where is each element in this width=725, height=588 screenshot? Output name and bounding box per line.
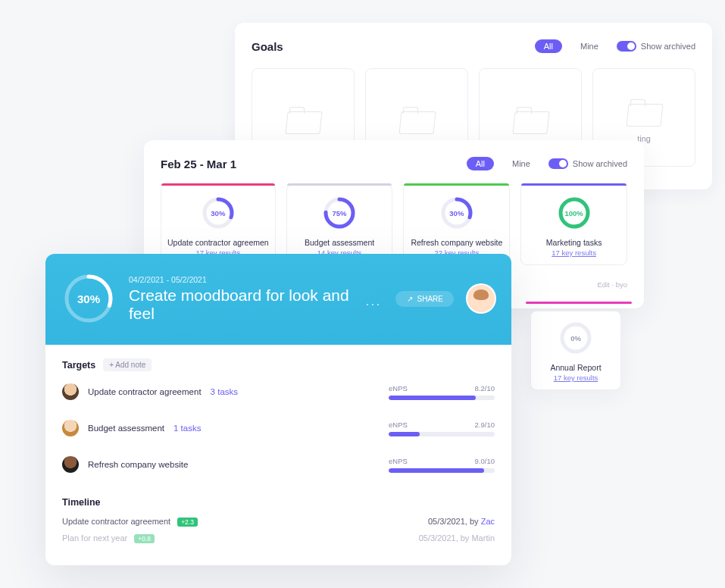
- target-name: Budget assessment: [88, 424, 164, 433]
- metric-label: eNPS: [389, 421, 408, 429]
- timeline-text-wrap: Plan for next year +0.8: [62, 533, 155, 543]
- share-icon: [406, 295, 414, 302]
- timeline-meta: 05/3/2021, by Martin: [419, 533, 495, 543]
- progress-ring: 30%: [201, 195, 236, 230]
- show-archived-label: Show archived: [573, 159, 627, 168]
- folder-icon: [626, 92, 662, 128]
- progress-pct: 100%: [557, 195, 592, 230]
- goal-card-title: Update contractor agreemen: [167, 238, 269, 247]
- timeline-badge: +0.8: [134, 534, 155, 543]
- peek-card-title: Annual Report: [550, 363, 601, 372]
- progress-ring: 30%: [439, 195, 474, 230]
- metric-bar: [389, 396, 495, 400]
- goal-card-sub[interactable]: 17 key results: [552, 249, 596, 257]
- owner-avatar[interactable]: [467, 285, 495, 312]
- timeline-section: Timeline Update contractor agreement +2.…: [45, 497, 511, 565]
- more-icon[interactable]: ···: [366, 296, 382, 312]
- timeline-text-wrap: Update contractor agreement +2.3: [62, 517, 198, 526]
- goal-card[interactable]: 30% Update contractor agreemen 17 key re…: [161, 184, 276, 265]
- goals-title: Goals: [252, 40, 283, 53]
- goal-card[interactable]: 75% Budget assessment 14 key results: [286, 184, 393, 265]
- timeline-badge: +2.3: [177, 518, 198, 527]
- progress-pct: 75%: [322, 195, 357, 230]
- target-avatar: [62, 456, 79, 473]
- target-metric: eNPS 9.0/10: [389, 457, 495, 473]
- range-title: Feb 25 - Mar 1: [161, 158, 236, 170]
- timeline-row[interactable]: Plan for next year +0.8 05/3/2021, by Ma…: [62, 533, 495, 543]
- timeline-date: 05/3/2021: [419, 533, 456, 543]
- big-progress-pct: 30%: [62, 272, 115, 325]
- task-title: Create moodboard for look and feel ···: [129, 286, 382, 323]
- range-filter-group: All Mine Show archived: [467, 157, 627, 170]
- timeline-row[interactable]: Update contractor agreement +2.3 05/3/20…: [62, 517, 495, 526]
- task-title-text: Create moodboard for look and feel: [129, 286, 360, 323]
- progress-ring: 100%: [557, 195, 592, 230]
- peek-card-sub[interactable]: 17 key results: [554, 374, 598, 382]
- goal-card-title: Refresh company website: [411, 238, 502, 247]
- target-tasks-link[interactable]: 1 tasks: [173, 424, 201, 433]
- metric-top: eNPS 2.9/10: [389, 421, 495, 429]
- goal-card[interactable]: 30% Refresh company website 22 key resul…: [403, 184, 510, 265]
- target-left: Update contractor agreement 3 tasks: [62, 383, 380, 400]
- task-date-range: 04/2/2021 - 05/2/2021: [129, 275, 382, 284]
- filter-all-pill[interactable]: All: [535, 39, 562, 53]
- targets-heading: Targets: [62, 360, 95, 371]
- filter-mine-pill[interactable]: Mine: [503, 157, 539, 170]
- metric-score: 8.2/10: [475, 384, 495, 393]
- progress-ring: 75%: [322, 195, 357, 230]
- timeline-by-link[interactable]: Zac: [481, 517, 495, 526]
- target-metric: eNPS 8.2/10: [389, 384, 495, 400]
- timeline-text: Update contractor agreement: [62, 517, 170, 526]
- target-left: Refresh company website: [62, 456, 380, 473]
- timeline-heading: Timeline: [62, 497, 495, 508]
- timeline-by-link[interactable]: Martin: [471, 533, 495, 543]
- target-tasks-link[interactable]: 3 tasks: [211, 387, 238, 396]
- share-button-label: SHARE: [417, 295, 443, 303]
- share-button[interactable]: SHARE: [395, 291, 454, 307]
- timeline-meta: 05/3/2021, by Zac: [428, 517, 495, 526]
- targets-section-head: Targets + Add note: [62, 358, 495, 371]
- goal-card-row: 30% Update contractor agreemen 17 key re…: [161, 184, 627, 265]
- target-avatar: [62, 383, 79, 400]
- target-row[interactable]: Budget assessment 1 tasks eNPS 2.9/10: [62, 420, 495, 436]
- target-name: Refresh company website: [88, 460, 188, 469]
- target-row[interactable]: Update contractor agreement 3 tasks eNPS…: [62, 383, 495, 400]
- goal-card-title: Budget assessment: [305, 238, 374, 247]
- metric-score: 9.0/10: [475, 457, 495, 465]
- metric-bar: [389, 468, 495, 473]
- add-note-button[interactable]: + Add note: [103, 358, 152, 371]
- annual-report-card[interactable]: 0% Annual Report 17 key results: [530, 311, 621, 390]
- progress-pct: 30%: [439, 195, 474, 230]
- goal-card-accent: [404, 183, 509, 186]
- folder-icon: [512, 99, 548, 136]
- folder-icon: [285, 99, 321, 136]
- progress-pct: 30%: [201, 195, 236, 230]
- progress-ring: 0%: [558, 321, 593, 355]
- metric-top: eNPS 9.0/10: [389, 457, 495, 465]
- metric-bar: [389, 432, 495, 436]
- folder-icon: [398, 99, 435, 136]
- progress-pct: 0%: [558, 321, 593, 355]
- metric-label: eNPS: [389, 384, 408, 393]
- show-archived-toggle-wrap: Show archived: [548, 158, 627, 169]
- timeline-text: Plan for next year: [62, 533, 127, 543]
- show-archived-toggle[interactable]: [617, 41, 636, 52]
- goal-card-accent: [161, 183, 275, 186]
- task-detail-panel: 30% 04/2/2021 - 05/2/2021 Create moodboa…: [45, 254, 511, 565]
- range-panel-header: Feb 25 - Mar 1 All Mine Show archived: [161, 157, 627, 170]
- target-metric: eNPS 2.9/10: [389, 421, 495, 436]
- task-detail-header: 30% 04/2/2021 - 05/2/2021 Create moodboa…: [45, 254, 511, 345]
- filter-mine-pill[interactable]: Mine: [571, 39, 608, 53]
- goal-card-accent: [521, 183, 627, 186]
- task-detail-titlewrap: 04/2/2021 - 05/2/2021 Create moodboard f…: [129, 275, 382, 323]
- show-archived-toggle[interactable]: [548, 158, 568, 169]
- goal-card[interactable]: 100% Marketing tasks 17 key results: [520, 184, 627, 265]
- filter-all-pill[interactable]: All: [467, 157, 494, 170]
- goal-card-accent: [287, 183, 392, 186]
- show-archived-toggle-wrap: Show archived: [617, 41, 695, 52]
- goals-filter-group: All Mine Show archived: [535, 39, 695, 53]
- targets-section: Targets + Add note Update contractor agr…: [45, 345, 511, 497]
- target-name: Update contractor agreement: [88, 387, 202, 396]
- target-row[interactable]: Refresh company website eNPS 9.0/10: [62, 456, 495, 473]
- metric-label: eNPS: [389, 457, 408, 465]
